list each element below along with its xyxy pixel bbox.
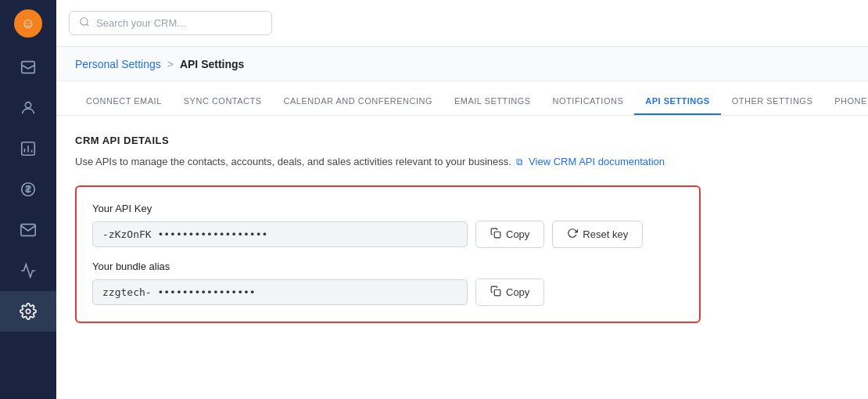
breadcrumb: Personal Settings > API Settings [56,47,868,81]
svg-line-10 [87,24,89,27]
sidebar: ☺ [0,0,56,399]
section-title: CRM API DETAILS [75,135,849,146]
api-details-box: Your API Key Copy Reset key [75,185,701,323]
tab-notifications[interactable]: NOTIFICATIONS [542,97,635,115]
sidebar-item-settings[interactable] [0,291,56,332]
reset-key-label: Reset key [583,228,628,240]
sidebar-item-analytics[interactable] [0,250,56,291]
search-input[interactable] [96,17,262,29]
tab-email-settings[interactable]: EMAIL SETTINGS [443,97,542,115]
breadcrumb-separator: > [167,58,174,70]
api-key-input[interactable] [92,221,468,247]
copy-api-key-button[interactable]: Copy [475,221,544,248]
tab-sync-contacts[interactable]: SYNC CONTACTS [173,97,273,115]
bundle-alias-group: Your bundle alias Copy [92,261,683,306]
api-key-row: Copy Reset key [92,221,683,248]
api-key-group: Your API Key Copy Reset key [92,203,683,248]
section-description: Use APIs to manage the contacts, account… [75,154,849,170]
copy-api-key-label: Copy [506,228,529,240]
breadcrumb-current: API Settings [180,58,244,70]
bundle-alias-row: Copy [92,279,683,306]
sidebar-item-email[interactable] [0,210,56,250]
svg-rect-11 [494,232,500,238]
sidebar-item-reports[interactable] [0,128,56,169]
sidebar-item-contacts[interactable] [0,88,56,128]
copy-bundle-icon [490,286,501,299]
nav-tabs: CONNECT EMAIL SYNC CONTACTS CALENDAR AND… [56,81,868,116]
api-key-label: Your API Key [92,203,683,214]
tab-other-settings[interactable]: OTHER SETTINGS [721,97,824,115]
logo-icon: ☺ [14,9,42,38]
breadcrumb-parent[interactable]: Personal Settings [75,58,161,70]
external-link-icon: ⧉ [516,155,523,169]
bundle-alias-label: Your bundle alias [92,261,683,272]
sidebar-item-deals[interactable] [0,169,56,210]
view-docs-link[interactable]: View CRM API documentation [529,156,665,167]
svg-point-9 [81,18,88,25]
copy-bundle-alias-button[interactable]: Copy [475,279,544,306]
tab-connect-email[interactable]: CONNECT EMAIL [75,97,173,115]
tab-api-settings[interactable]: API SETTINGS [634,97,720,115]
sidebar-logo[interactable]: ☺ [0,0,56,47]
topbar [56,0,868,47]
svg-point-1 [25,102,30,108]
copy-bundle-alias-label: Copy [506,286,529,298]
main-content: Personal Settings > API Settings CONNECT… [56,0,868,399]
tab-calendar-conferencing[interactable]: CALENDAR AND CONFERENCING [273,97,443,115]
sidebar-item-inbox[interactable] [0,47,56,88]
tab-phone-settings[interactable]: PHONE SETTI... [823,97,868,115]
svg-rect-0 [22,62,35,74]
svg-point-8 [26,309,30,314]
reset-key-button[interactable]: Reset key [552,221,643,248]
content-area: CRM API DETAILS Use APIs to manage the c… [56,116,868,399]
svg-rect-12 [494,289,500,296]
search-box[interactable] [69,11,272,35]
search-icon [79,16,90,30]
copy-icon [490,228,501,241]
bundle-alias-input[interactable] [92,279,468,305]
reset-icon [567,228,578,241]
